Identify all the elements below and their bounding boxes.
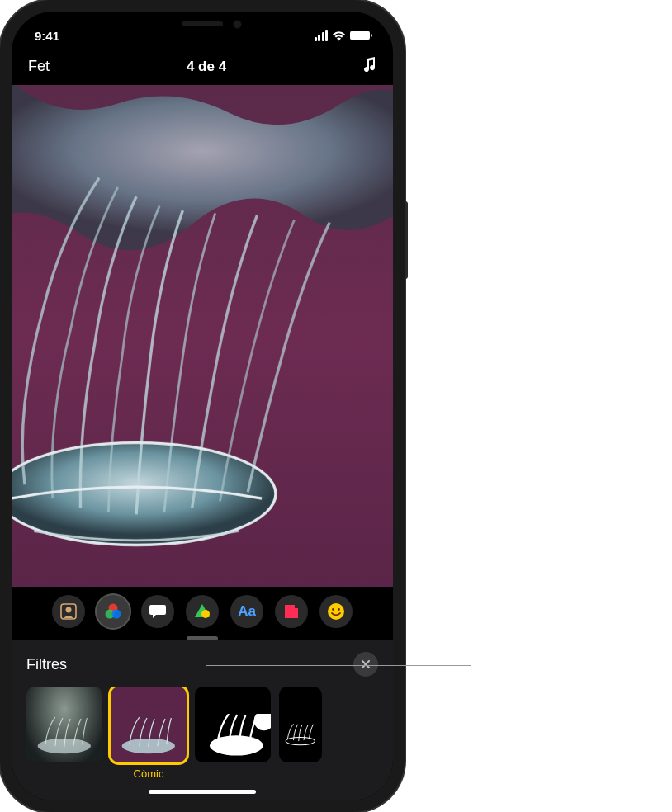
effects-toolbar: Aa bbox=[12, 587, 393, 633]
filters-button[interactable] bbox=[97, 595, 130, 628]
speaker-grille bbox=[182, 21, 223, 26]
screen: 9:41 Fet 4 de 4 bbox=[12, 12, 393, 800]
memoji-button[interactable] bbox=[52, 595, 85, 628]
status-indicators bbox=[315, 30, 371, 41]
svg-point-15 bbox=[286, 738, 315, 745]
stickers-button[interactable] bbox=[275, 595, 308, 628]
cellular-signal-icon bbox=[315, 30, 329, 41]
svg-point-10 bbox=[338, 608, 340, 611]
callout-line bbox=[206, 665, 471, 666]
filter-item[interactable] bbox=[26, 687, 102, 781]
power-button bbox=[405, 201, 408, 279]
music-button[interactable] bbox=[363, 56, 376, 77]
text-style-button[interactable]: Aa bbox=[230, 595, 263, 628]
filter-item[interactable] bbox=[195, 687, 271, 781]
image-preview[interactable] bbox=[12, 85, 393, 587]
wifi-icon bbox=[332, 31, 346, 41]
notch bbox=[120, 12, 285, 36]
svg-point-6 bbox=[112, 610, 121, 619]
svg-point-14 bbox=[253, 714, 271, 730]
status-time: 9:41 bbox=[35, 29, 59, 43]
filter-thumb[interactable] bbox=[26, 687, 102, 762]
home-indicator[interactable] bbox=[149, 790, 256, 794]
close-filters-button[interactable] bbox=[353, 652, 378, 677]
svg-point-8 bbox=[328, 603, 344, 620]
front-camera bbox=[233, 20, 242, 29]
svg-point-3 bbox=[66, 607, 72, 613]
filter-item[interactable] bbox=[279, 687, 322, 781]
filter-thumb[interactable] bbox=[279, 687, 322, 762]
text-bubble-button[interactable] bbox=[141, 595, 174, 628]
done-button[interactable]: Fet bbox=[28, 58, 50, 75]
phone-frame: 9:41 Fet 4 de 4 bbox=[0, 0, 405, 812]
nav-bar: Fet 4 de 4 bbox=[12, 48, 393, 85]
filters-title: Filtres bbox=[26, 656, 67, 673]
filter-thumb-selected[interactable] bbox=[111, 687, 187, 762]
svg-point-9 bbox=[332, 608, 334, 611]
filter-item[interactable]: Còmic bbox=[111, 687, 187, 781]
emoji-button[interactable] bbox=[319, 595, 353, 628]
svg-point-7 bbox=[201, 610, 210, 618]
filter-label: Còmic bbox=[134, 767, 164, 781]
filter-thumbnails[interactable]: Còmic bbox=[12, 687, 393, 781]
filter-thumb[interactable] bbox=[195, 687, 271, 762]
shapes-button[interactable] bbox=[186, 595, 219, 628]
battery-icon bbox=[350, 31, 370, 40]
page-title: 4 de 4 bbox=[187, 59, 226, 75]
